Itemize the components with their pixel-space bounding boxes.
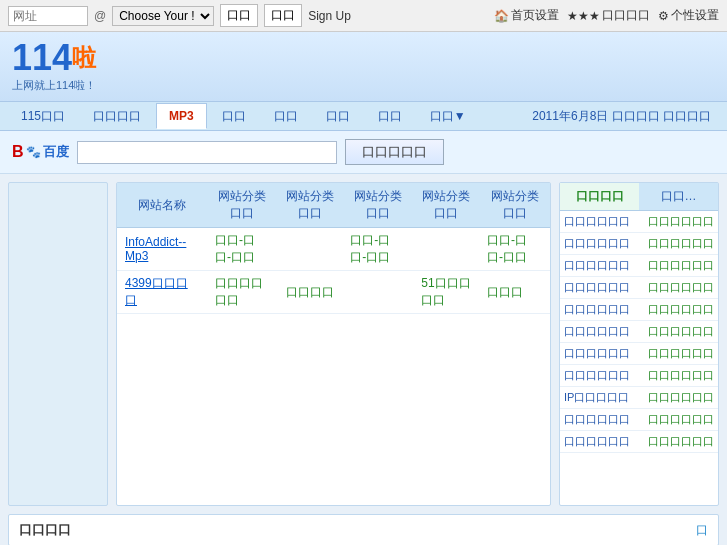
logo-114: 114 啦 bbox=[12, 40, 96, 76]
tab-4[interactable]: 口口 bbox=[209, 102, 259, 130]
col-header-3: 网站分类口口 bbox=[342, 183, 413, 228]
right-panel-row[interactable]: 口口口口口口口口口口口口 bbox=[560, 431, 718, 453]
table-cell-0-4 bbox=[413, 228, 479, 271]
right-panel-row[interactable]: 口口口口口口口口口口口口 bbox=[560, 233, 718, 255]
right-cell-left-5: 口口口口口口 bbox=[564, 324, 648, 339]
tab-5[interactable]: 口口 bbox=[261, 102, 311, 130]
logo-subtitle: 上网就上114啦！ bbox=[12, 78, 96, 93]
table-cell-1-2: 口口口口 bbox=[278, 271, 342, 314]
right-cell-left-1: 口口口口口口 bbox=[564, 236, 648, 251]
table-cell-1-4: 51口口口口口 bbox=[413, 271, 479, 314]
table-row: 4399口口口口口口口口口口口口口口51口口口口口口口口 bbox=[117, 271, 550, 314]
main-content: 网站名称 网站分类口口 网站分类口口 网站分类口口 网站分类口口 网站分类口口 … bbox=[0, 174, 727, 514]
right-panel-row[interactable]: 口口口口口口口口口口口口 bbox=[560, 277, 718, 299]
baidu-b: B bbox=[12, 143, 24, 161]
home-icon: 🏠 bbox=[494, 9, 509, 23]
nav-tabs: 115口口 口口口口 MP3 口口 口口 口口 口口 口口▼ 2011年6月8日… bbox=[0, 102, 727, 131]
table-cell-1-0[interactable]: 4399口口口口 bbox=[117, 271, 207, 314]
tab-2[interactable]: 口口口口 bbox=[80, 102, 154, 130]
right-cell-right-10: 口口口口口口 bbox=[648, 434, 714, 449]
right-panel-row[interactable]: IP口口口口口口口口口口口 bbox=[560, 387, 718, 409]
col-header-2: 网站分类口口 bbox=[278, 183, 342, 228]
right-panel-row[interactable]: 口口口口口口口口口口口口 bbox=[560, 365, 718, 387]
btn2[interactable]: 口口 bbox=[264, 4, 302, 27]
tab-mp3[interactable]: MP3 bbox=[156, 103, 207, 129]
right-panel-row[interactable]: 口口口口口口口口口口口口 bbox=[560, 409, 718, 431]
center-table: 网站名称 网站分类口口 网站分类口口 网站分类口口 网站分类口口 网站分类口口 … bbox=[117, 183, 550, 314]
tab-6[interactable]: 口口 bbox=[313, 102, 363, 130]
right-cell-left-3: 口口口口口口 bbox=[564, 280, 648, 295]
right-tab-1[interactable]: 口口口口 bbox=[560, 183, 639, 211]
right-cell-right-4: 口口口口口口 bbox=[648, 302, 714, 317]
right-panel-row[interactable]: 口口口口口口口口口口口口 bbox=[560, 299, 718, 321]
right-cell-right-8: 口口口口口口 bbox=[648, 390, 714, 405]
right-panel-row[interactable]: 口口口口口口口口口口口口 bbox=[560, 343, 718, 365]
top-bar: @ Choose Your ! 口口 口口 Sign Up 🏠 首页设置 ★★★… bbox=[0, 0, 727, 32]
right-cell-left-2: 口口口口口口 bbox=[564, 258, 648, 273]
search-button[interactable]: 口口口口口 bbox=[345, 139, 444, 165]
personal-label: 个性设置 bbox=[671, 7, 719, 24]
right-panel-row[interactable]: 口口口口口口口口口口口口 bbox=[560, 211, 718, 233]
right-cell-right-5: 口口口口口口 bbox=[648, 324, 714, 339]
right-cell-right-2: 口口口口口口 bbox=[648, 258, 714, 273]
col-header-0: 网站名称 bbox=[117, 183, 207, 228]
table-cell-0-2 bbox=[278, 228, 342, 271]
col-header-4: 网站分类口口 bbox=[413, 183, 479, 228]
right-cell-right-6: 口口口口口口 bbox=[648, 346, 714, 361]
right-cell-left-9: 口口口口口口 bbox=[564, 412, 648, 427]
baidu-text: 百度 bbox=[43, 143, 69, 161]
table-cell-1-3 bbox=[342, 271, 413, 314]
right-cell-left-7: 口口口口口口 bbox=[564, 368, 648, 383]
right-cell-right-3: 口口口口口口 bbox=[648, 280, 714, 295]
left-panel bbox=[8, 182, 108, 506]
right-header: 口口口口 口口… bbox=[560, 183, 718, 211]
url-input[interactable] bbox=[8, 6, 88, 26]
gear-icon: ⚙ bbox=[658, 9, 669, 23]
bookmarks-label: 口口口口 bbox=[602, 7, 650, 24]
center-table-body: InfoAddict--Mp3口口-口口-口口口口-口口-口口口口-口口-口口4… bbox=[117, 228, 550, 314]
personal-icon-group[interactable]: ⚙ 个性设置 bbox=[658, 7, 719, 24]
tab-7[interactable]: 口口 bbox=[365, 102, 415, 130]
right-cell-left-6: 口口口口口口 bbox=[564, 346, 648, 361]
signup-button[interactable]: Sign Up bbox=[308, 9, 351, 23]
right-cell-right-1: 口口口口口口 bbox=[648, 236, 714, 251]
right-panel-row[interactable]: 口口口口口口口口口口口口 bbox=[560, 321, 718, 343]
search-input[interactable] bbox=[77, 141, 337, 164]
home-icon-group[interactable]: 🏠 首页设置 bbox=[494, 7, 559, 24]
right-tab-2[interactable]: 口口… bbox=[639, 183, 718, 211]
bottom-title: 口口口口 bbox=[19, 521, 71, 539]
btn1[interactable]: 口口 bbox=[220, 4, 258, 27]
right-cell-right-7: 口口口口口口 bbox=[648, 368, 714, 383]
tab-115[interactable]: 115口口 bbox=[8, 102, 78, 130]
table-cell-0-3: 口口-口口-口口 bbox=[342, 228, 413, 271]
table-cell-1-5: 口口口 bbox=[479, 271, 550, 314]
search-bar: B 🐾 百度 口口口口口 bbox=[0, 131, 727, 174]
logo-number: 114 bbox=[12, 40, 72, 76]
date-link1[interactable]: 口口口口 bbox=[612, 109, 660, 123]
table-cell-1-1: 口口口口口口 bbox=[207, 271, 278, 314]
table-cell-0-5: 口口-口口-口口 bbox=[479, 228, 550, 271]
tab-8[interactable]: 口口▼ bbox=[417, 102, 479, 130]
center-panel: 网站名称 网站分类口口 网站分类口口 网站分类口口 网站分类口口 网站分类口口 … bbox=[116, 182, 551, 506]
logo-box: 114 啦 上网就上114啦！ bbox=[12, 40, 96, 93]
table-cell-0-0[interactable]: InfoAddict--Mp3 bbox=[117, 228, 207, 271]
bottom-section: 口口口口 口 bbox=[8, 514, 719, 545]
table-header-row: 网站名称 网站分类口口 网站分类口口 网站分类口口 网站分类口口 网站分类口口 bbox=[117, 183, 550, 228]
top-right-icons: 🏠 首页设置 ★★★ 口口口口 ⚙ 个性设置 bbox=[494, 7, 719, 24]
bottom-link[interactable]: 口 bbox=[696, 522, 708, 539]
table-row: InfoAddict--Mp3口口-口口-口口口口-口口-口口口口-口口-口口 bbox=[117, 228, 550, 271]
logo-la: 啦 bbox=[72, 46, 96, 70]
right-cell-left-0: 口口口口口口 bbox=[564, 214, 648, 229]
right-cell-left-4: 口口口口口口 bbox=[564, 302, 648, 317]
star-icon: ★★★ bbox=[567, 9, 600, 23]
right-cell-right-0: 口口口口口口 bbox=[648, 214, 714, 229]
baidu-logo: B 🐾 百度 bbox=[12, 143, 69, 161]
bookmarks-icon-group[interactable]: ★★★ 口口口口 bbox=[567, 7, 650, 24]
choose-dropdown[interactable]: Choose Your ! bbox=[112, 6, 214, 26]
right-cell-left-8: IP口口口口口 bbox=[564, 390, 648, 405]
col-header-1: 网站分类口口 bbox=[207, 183, 278, 228]
right-cell-right-9: 口口口口口口 bbox=[648, 412, 714, 427]
at-sign: @ bbox=[94, 9, 106, 23]
date-link2[interactable]: 口口口口 bbox=[663, 109, 711, 123]
right-panel-row[interactable]: 口口口口口口口口口口口口 bbox=[560, 255, 718, 277]
